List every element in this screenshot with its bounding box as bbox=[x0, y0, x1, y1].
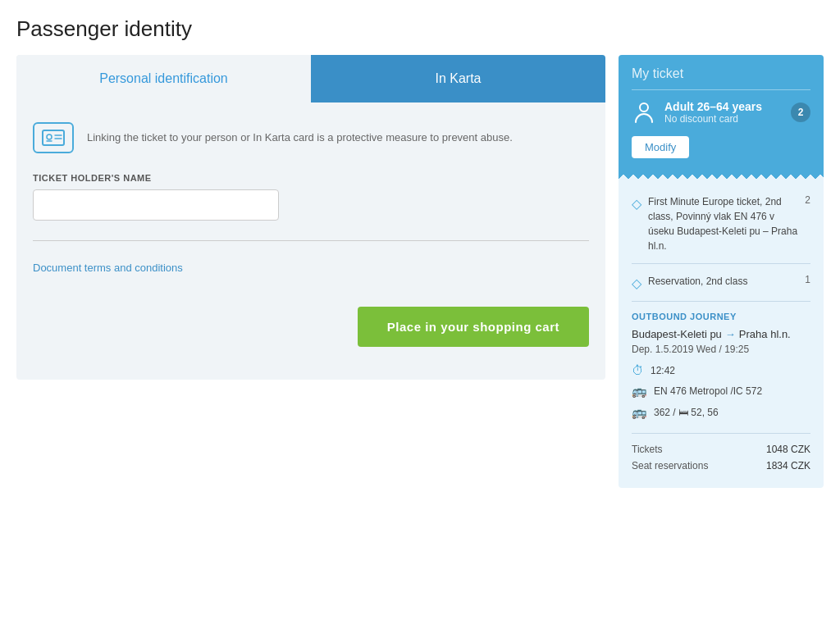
price-row-tickets: Tickets 1048 CZK bbox=[632, 444, 810, 455]
price-table: Tickets 1048 CZK Seat reservations 1834 … bbox=[632, 433, 810, 471]
my-ticket-box: My ticket Adult 26–64 years No discount … bbox=[619, 55, 824, 173]
form-section: Linking the ticket to your person or In … bbox=[16, 102, 605, 380]
seat-icon: 🚌 bbox=[632, 405, 647, 420]
terms-and-conditions-link[interactable]: Document terms and conditions bbox=[33, 262, 183, 274]
ticket-holder-name-input[interactable] bbox=[33, 189, 279, 221]
tab-inkarta[interactable]: In Karta bbox=[311, 55, 605, 102]
ticket-item-reservation: ◇ Reservation, 2nd class 1 bbox=[632, 274, 810, 291]
reservations-label: Seat reservations bbox=[632, 460, 708, 471]
svg-point-5 bbox=[640, 103, 648, 112]
zigzag-divider bbox=[619, 173, 824, 183]
journey-train-row: 🚌 EN 476 Metropol /IC 572 bbox=[632, 384, 810, 399]
diamond-icon-2: ◇ bbox=[632, 276, 641, 291]
journey-seats-row: 🚌 362 / 🛏 52, 56 bbox=[632, 405, 810, 420]
add-to-cart-button[interactable]: Place in your shopping cart bbox=[358, 307, 589, 347]
ticket-item-text-2: Reservation, 2nd class bbox=[648, 274, 798, 289]
ticket-item-count-1: 2 bbox=[805, 194, 810, 206]
ticket-passenger-row: Adult 26–64 years No discount card 2 bbox=[632, 100, 810, 125]
journey-seats: 362 / 🛏 52, 56 bbox=[654, 407, 719, 418]
price-row-reservations: Seat reservations 1834 CZK bbox=[632, 460, 810, 471]
clock-icon: ⏱ bbox=[632, 363, 644, 377]
journey-train: EN 476 Metropol /IC 572 bbox=[654, 385, 762, 397]
outbound-journey-label: OUTBOUND JOURNEY bbox=[632, 312, 810, 321]
info-text: Linking the ticket to your person or In … bbox=[87, 130, 513, 146]
svg-point-1 bbox=[47, 134, 52, 139]
train-icon: 🚌 bbox=[632, 384, 647, 399]
field-label: TICKET HOLDER'S NAME bbox=[33, 173, 589, 183]
journey-duration-row: ⏱ 12:42 bbox=[632, 363, 810, 377]
section-divider-2 bbox=[632, 301, 810, 302]
tickets-label: Tickets bbox=[632, 444, 663, 455]
journey-duration: 12:42 bbox=[651, 365, 675, 376]
info-row: Linking the ticket to your person or In … bbox=[33, 122, 589, 153]
reservations-value: 1834 CZK bbox=[766, 460, 810, 471]
ticket-item-text-1: First Minute Europe ticket, 2nd class, P… bbox=[648, 194, 798, 253]
left-panel: Personal identification In Karta Linking… bbox=[16, 55, 605, 380]
tab-bar: Personal identification In Karta bbox=[16, 55, 605, 102]
my-ticket-title: My ticket bbox=[632, 66, 810, 90]
passenger-info: Adult 26–64 years No discount card bbox=[664, 100, 783, 125]
ticket-item-count-2: 1 bbox=[805, 274, 810, 285]
cart-button-row: Place in your shopping cart bbox=[33, 307, 589, 363]
modify-button[interactable]: Modify bbox=[632, 136, 689, 158]
ticket-item-europe: ◇ First Minute Europe ticket, 2nd class,… bbox=[632, 194, 810, 253]
journey-to: Praha hl.n. bbox=[739, 328, 791, 340]
ticket-details: ◇ First Minute Europe ticket, 2nd class,… bbox=[619, 183, 824, 488]
form-divider bbox=[33, 240, 589, 241]
journey-route: Budapest-Keleti pu → Praha hl.n. bbox=[632, 328, 810, 340]
main-layout: Personal identification In Karta Linking… bbox=[0, 55, 840, 504]
passenger-count: 2 bbox=[791, 102, 810, 122]
id-card-icon bbox=[33, 122, 74, 153]
passenger-discount: No discount card bbox=[664, 113, 783, 125]
passenger-icon bbox=[632, 100, 656, 125]
tab-personal-identification[interactable]: Personal identification bbox=[16, 55, 311, 102]
svg-rect-0 bbox=[43, 130, 64, 145]
page-title: Passenger identity bbox=[0, 0, 840, 55]
arrow-icon: → bbox=[725, 328, 736, 340]
journey-from: Budapest-Keleti pu bbox=[632, 328, 722, 340]
diamond-icon-1: ◇ bbox=[632, 196, 641, 212]
right-panel: My ticket Adult 26–64 years No discount … bbox=[619, 55, 824, 488]
passenger-type: Adult 26–64 years bbox=[664, 100, 783, 113]
journey-departure: Dep. 1.5.2019 Wed / 19:25 bbox=[632, 344, 810, 355]
section-divider bbox=[632, 263, 810, 264]
tickets-value: 1048 CZK bbox=[766, 444, 810, 455]
